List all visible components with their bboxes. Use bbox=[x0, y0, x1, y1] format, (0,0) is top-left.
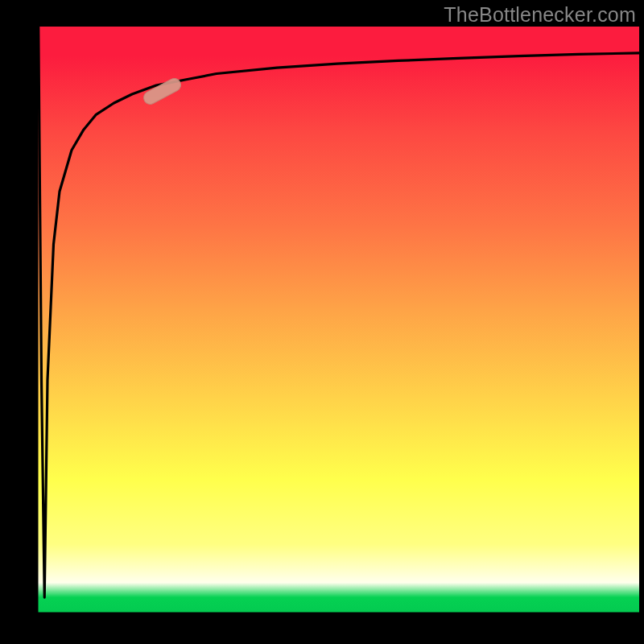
watermark-text: TheBottlenecker.com bbox=[444, 3, 636, 27]
axes-layer bbox=[0, 0, 644, 644]
chart-container: TheBottlenecker.com bbox=[0, 0, 644, 644]
